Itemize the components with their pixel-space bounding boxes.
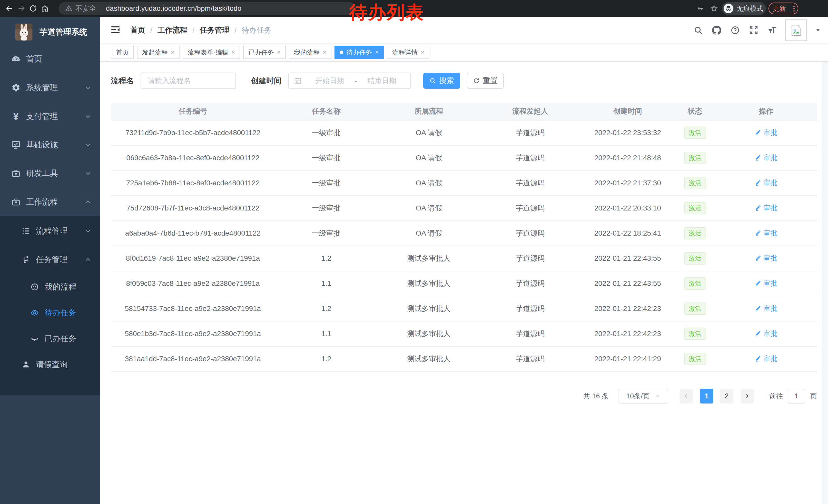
tab-label: 流程表单-编辑 [188,48,228,57]
breadcrumb-separator: / [235,26,237,35]
close-icon[interactable]: × [232,49,235,55]
tab-start-process[interactable]: 发起流程× [137,46,179,59]
close-icon[interactable]: × [375,49,379,55]
insecure-warning-icon[interactable] [65,5,72,12]
approve-link[interactable]: 审批 [755,203,778,213]
approve-label: 审批 [763,153,778,162]
tab-process-detail[interactable]: 流程详情× [387,46,429,59]
sidebar-item-label: 流程管理 [36,226,68,236]
approve-link[interactable]: 审批 [755,128,778,137]
action-cell: 审批 [715,329,817,339]
sidebar-item-todo-tasks[interactable]: 待办任务 [0,300,100,326]
app-logo-row[interactable]: 芋道管理系统 [0,17,100,41]
column-header-task-id: 任务编号 [111,106,275,116]
close-icon[interactable]: × [171,49,174,55]
approve-link[interactable]: 审批 [755,279,778,288]
sidebar-item-my-process[interactable]: 我的流程 [0,274,100,300]
search-button-label: 搜索 [439,76,454,86]
browser-update-button[interactable]: 更新 [769,3,798,14]
tab-done-tasks[interactable]: 已办任务× [243,46,286,59]
page-size-select[interactable]: 10条/页 [618,388,668,404]
edit-icon [755,129,761,136]
approve-link[interactable]: 审批 [755,178,778,187]
scrollbar-track[interactable] [822,17,828,504]
date-range-picker[interactable]: 开始日期 - 结束日期 [288,73,411,89]
sidebar-item-process-management[interactable]: 流程管理 [0,218,100,244]
approve-link[interactable]: 审批 [755,228,778,238]
fullscreen-icon[interactable] [748,25,759,35]
password-key-icon[interactable] [694,2,706,15]
approve-label: 审批 [763,203,778,213]
chevron-left-icon [683,393,689,399]
approve-link[interactable]: 审批 [755,254,778,263]
sidebar-item-payment[interactable]: ¥ 支付管理 [0,102,100,131]
tab-label: 流程详情 [392,48,418,57]
close-icon[interactable]: × [323,49,326,55]
prev-page-button[interactable] [679,388,693,404]
status-cell: 激活 [675,277,715,290]
avatar-caret-icon[interactable] [815,28,821,33]
task-starter: 芋道源码 [480,228,580,238]
sidebar-item-system[interactable]: 系统管理 [0,73,100,102]
sidebar-item-task-management[interactable]: 任务管理 [0,246,100,273]
reset-button[interactable]: 重置 [467,73,504,89]
sidebar-item-devtools[interactable]: 研发工具 [0,159,100,188]
tab-my-process[interactable]: 我的流程× [289,46,331,59]
process-name-input[interactable] [140,73,236,89]
goto-page-input[interactable] [788,388,805,404]
approve-link[interactable]: 审批 [755,304,778,313]
close-icon[interactable]: × [277,49,281,55]
address-bar[interactable]: 不安全 dashboard.yudao.iocoder.cn/bpm/task/… [58,2,356,15]
task-process: 测试多审批人 [378,304,480,314]
task-create-time: 2022-01-22 21:48:48 [580,154,675,162]
browser-forward-icon[interactable] [15,3,27,14]
edit-icon [755,179,761,186]
task-starter: 芋道源码 [480,329,580,339]
user-avatar[interactable] [785,19,807,41]
tab-home[interactable]: 首页 [111,46,134,59]
end-date-placeholder: 结束日期 [359,76,405,86]
approve-link[interactable]: 审批 [755,153,778,162]
browser-back-icon[interactable] [4,3,15,14]
search-icon[interactable] [693,25,703,35]
sidebar-item-infrastructure[interactable]: 基础设施 [0,131,100,159]
browser-menu-icon[interactable] [793,6,795,11]
breadcrumb-item-workflow[interactable]: 工作流程 [158,25,187,35]
approve-label: 审批 [763,228,778,238]
tab-process-form-edit[interactable]: 流程表单-编辑× [182,46,240,59]
breadcrumb-item-home[interactable]: 首页 [130,25,145,35]
tab-label: 首页 [116,48,129,57]
close-icon[interactable]: × [421,49,424,55]
url-text: dashboard.yudao.iocoder.cn/bpm/task/todo [106,5,241,12]
column-header-status: 状态 [675,106,715,116]
sidebar-collapse-icon[interactable] [110,25,122,36]
bookmark-star-icon[interactable] [708,2,720,15]
help-icon[interactable] [730,25,740,35]
table-row: 8f0d1619-7ac8-11ec-a9e2-a2380e71991a 1.2… [111,246,817,271]
table-row: 75d72608-7b7f-11ec-a3c8-acde48001122 一级审… [111,196,817,221]
sidebar-item-done-tasks[interactable]: 已办任务 [0,325,100,352]
font-size-icon[interactable] [767,25,777,35]
page-button-2[interactable]: 2 [720,388,733,404]
next-page-button[interactable] [741,388,754,404]
status-cell: 激活 [675,252,715,265]
task-name: 1.2 [275,355,378,363]
approve-link[interactable]: 审批 [755,329,778,338]
browser-home-icon[interactable] [39,3,51,14]
page-button-1[interactable]: 1 [700,388,713,404]
app-header: 首页 / 工作流程 / 任务管理 / 待办任务 [100,17,828,44]
github-icon[interactable] [711,25,722,35]
status-badge: 激活 [684,252,706,265]
breadcrumb-item-task-management[interactable]: 任务管理 [200,25,229,35]
sidebar-item-leave-query[interactable]: 请假查询 [0,351,100,378]
approve-link[interactable]: 审批 [755,354,778,363]
tab-todo-tasks[interactable]: 待办任务× [334,46,384,59]
task-id: 580e1b3d-7ac8-11ec-a9e2-a2380e71991a [111,330,275,338]
task-create-time: 2022-01-21 22:42:23 [580,305,675,313]
task-starter: 芋道源码 [480,354,580,364]
browser-reload-icon[interactable] [27,3,39,14]
status-cell: 激活 [675,202,715,214]
sidebar-item-workflow[interactable]: 工作流程 [0,188,100,216]
sidebar-item-home[interactable]: 首页 [0,45,100,73]
search-button[interactable]: 搜索 [423,73,460,89]
